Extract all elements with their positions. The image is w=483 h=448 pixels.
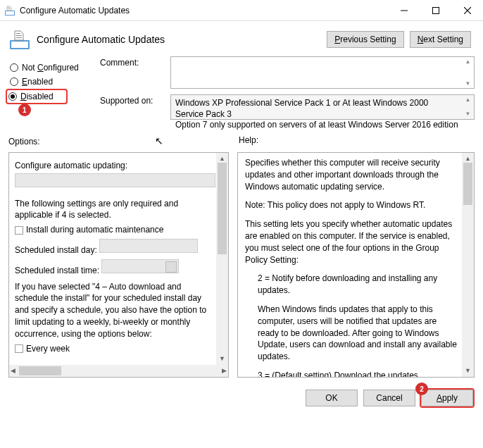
comment-label: Comment: — [100, 56, 170, 89]
previous-setting-button[interactable]: Previous Setting — [327, 31, 403, 48]
annotation-badge-1: 1 — [18, 104, 31, 116]
scroll-thumb[interactable] — [463, 163, 472, 205]
page-title: Configure Automatic Updates — [37, 34, 327, 45]
configure-dropdown[interactable] — [15, 173, 215, 187]
svg-rect-10 — [16, 33, 20, 34]
opt-configure-label: Configure automatic updating: — [15, 160, 214, 172]
options-vscroll[interactable]: ▲▼ — [216, 153, 228, 365]
help-text: This setting lets you specify whether au… — [245, 218, 458, 266]
scroll-down-icon[interactable]: ▼ — [465, 80, 471, 87]
scroll-up-icon[interactable]: ▲ — [465, 58, 471, 65]
scroll-thumb[interactable] — [19, 366, 61, 375]
window-controls — [388, 0, 483, 20]
scroll-down-icon[interactable]: ▼ — [465, 111, 471, 118]
help-text: Specifies whether this computer will rec… — [245, 157, 458, 192]
supported-label: Supported on: — [100, 94, 170, 120]
radio-not-configured[interactable]: Not Configured — [8, 61, 93, 75]
checkbox-icon — [15, 344, 23, 353]
help-vscroll[interactable]: ▲▼ — [462, 153, 474, 377]
policy-icon — [4, 5, 15, 16]
scroll-up-icon[interactable]: ▲ — [465, 97, 471, 104]
options-hscroll[interactable]: ◀▶ — [9, 365, 228, 377]
svg-rect-9 — [11, 42, 28, 48]
radio-label: Not Configured — [22, 63, 79, 73]
svg-rect-12 — [16, 37, 22, 38]
opt-long-note: If you have selected "4 – Auto download … — [15, 281, 214, 340]
cancel-button[interactable]: Cancel — [363, 390, 415, 406]
checkbox-icon — [15, 226, 23, 235]
opt-maintenance[interactable]: Install during automatic maintenance — [15, 224, 214, 236]
titlebar: Configure Automatic Updates — [0, 0, 483, 21]
apply-button[interactable]: Apply — [421, 390, 473, 406]
help-text: 3 = (Default setting) Download the updat… — [245, 370, 458, 377]
install-time-dropdown[interactable] — [101, 259, 179, 273]
help-text: Note: This policy does not apply to Wind… — [245, 199, 458, 211]
radio-enabled[interactable]: Enabled — [8, 75, 93, 89]
radio-icon — [10, 63, 18, 72]
dialog-footer: OK Cancel Apply 2 — [0, 383, 483, 412]
radio-icon — [8, 92, 17, 101]
maximize-button[interactable] — [420, 0, 451, 20]
opt-every-week[interactable]: Every week — [15, 343, 214, 355]
svg-rect-5 — [432, 7, 439, 13]
svg-rect-11 — [16, 35, 22, 36]
policy-large-icon — [8, 28, 31, 51]
opt-day-row: Scheduled install day: — [15, 239, 214, 256]
radio-group: Not Configured Enabled Disabled 1 — [8, 56, 93, 125]
install-day-dropdown[interactable] — [99, 239, 198, 253]
window-title: Configure Automatic Updates — [20, 6, 388, 15]
cursor-icon: ↖ — [155, 135, 163, 147]
radio-icon — [10, 77, 18, 86]
options-label: Options: ↖ — [8, 135, 229, 147]
help-text: When Windows finds updates that apply to… — [245, 304, 458, 363]
opt-time-row: Scheduled install time: — [15, 259, 214, 277]
header-row: Configure Automatic Updates Previous Set… — [0, 21, 483, 56]
radio-label: Disabled — [20, 92, 54, 101]
supported-on-text: Windows XP Professional Service Pack 1 o… — [170, 94, 475, 120]
radio-disabled[interactable]: Disabled — [6, 89, 68, 104]
comment-textarea[interactable]: ▲▼ — [170, 56, 475, 89]
help-panel: Specifies whether this computer will rec… — [237, 152, 475, 378]
annotation-badge-2: 2 — [415, 382, 428, 395]
next-setting-button[interactable]: Next Setting — [410, 31, 471, 48]
options-panel: Configure automatic updating: The follow… — [8, 152, 229, 378]
ok-button[interactable]: OK — [306, 390, 358, 406]
svg-rect-1 — [6, 11, 14, 15]
radio-label: Enabled — [22, 77, 53, 87]
svg-rect-3 — [8, 8, 11, 9]
minimize-button[interactable] — [388, 0, 420, 20]
help-label: Help: — [239, 135, 258, 147]
help-text: 2 = Notify before downloading and instal… — [245, 273, 458, 297]
opt-note: The following settings are only required… — [15, 198, 214, 222]
close-button[interactable] — [451, 0, 483, 20]
svg-rect-2 — [8, 7, 10, 8]
scroll-thumb[interactable] — [218, 163, 227, 254]
